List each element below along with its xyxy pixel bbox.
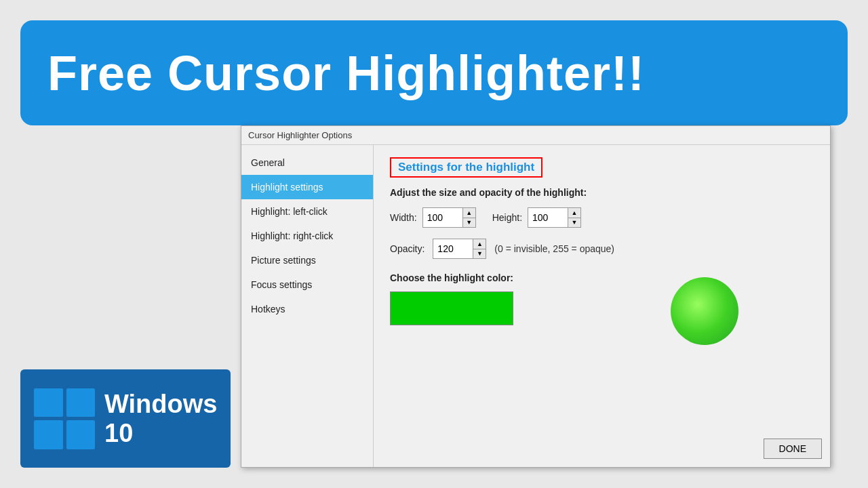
banner: Free Cursor Highlighter!! xyxy=(20,20,848,125)
opacity-row: Opacity: ▲ ▼ (0 = invisible, 255 = opaqu… xyxy=(390,239,814,259)
nav-item-highlight-left-click[interactable]: Highlight: left-click xyxy=(241,199,373,224)
width-spin-up[interactable]: ▲ xyxy=(463,208,475,218)
win-pane-bl xyxy=(34,420,63,449)
opacity-hint: (0 = invisible, 255 = opaque) xyxy=(494,243,614,254)
section-title-box: Settings for the highlight xyxy=(390,157,542,178)
opacity-spinbox: ▲ ▼ xyxy=(433,239,486,259)
field-group-height: Height: ▲ ▼ xyxy=(492,207,581,228)
height-spinbox: ▲ ▼ xyxy=(528,207,581,228)
win-pane-br xyxy=(66,420,96,449)
width-spin-buttons: ▲ ▼ xyxy=(462,208,475,227)
opacity-label: Opacity: xyxy=(390,243,425,254)
section-title: Settings for the highlight xyxy=(398,161,534,174)
done-button-wrap: DONE xyxy=(764,439,822,459)
windows10-label: Windows 10 xyxy=(104,390,217,448)
main-content: Settings for the highlight Adjust the si… xyxy=(374,145,830,467)
banner-title: Free Cursor Highlighter!! xyxy=(47,45,645,101)
nav-item-focus-settings[interactable]: Focus settings xyxy=(241,272,373,297)
width-input[interactable] xyxy=(423,208,462,227)
done-button[interactable]: DONE xyxy=(764,439,822,459)
dialog-titlebar: Cursor Highlighter Options xyxy=(241,126,830,145)
nav-item-picture-settings[interactable]: Picture settings xyxy=(241,248,373,272)
width-label: Width: xyxy=(390,212,417,223)
field-group-width: Width: ▲ ▼ xyxy=(390,207,476,228)
nav-item-hotkeys[interactable]: Hotkeys xyxy=(241,297,373,321)
height-label: Height: xyxy=(492,212,522,223)
color-label: Choose the highlight color: xyxy=(390,272,814,283)
width-spinbox: ▲ ▼ xyxy=(422,207,476,228)
nav-item-general[interactable]: General xyxy=(241,150,373,175)
height-input[interactable] xyxy=(528,208,568,227)
adjust-label: Adjust the size and opacity of the highl… xyxy=(390,187,814,198)
windows10-badge: Windows 10 xyxy=(20,369,231,468)
windows-logo-small xyxy=(34,388,95,449)
win-pane-tl xyxy=(34,388,63,418)
color-swatch[interactable] xyxy=(390,291,513,325)
sidebar: General Highlight settings Highlight: le… xyxy=(241,145,374,467)
dialog-window: Cursor Highlighter Options General Highl… xyxy=(241,125,831,468)
fields-row-dimensions: Width: ▲ ▼ Height: ▲ xyxy=(390,207,814,228)
opacity-spin-up[interactable]: ▲ xyxy=(473,239,486,249)
height-spin-up[interactable]: ▲ xyxy=(568,208,580,218)
opacity-spin-buttons: ▲ ▼ xyxy=(473,239,486,258)
height-spin-down[interactable]: ▼ xyxy=(568,218,580,227)
nav-item-highlight-settings[interactable]: Highlight settings xyxy=(241,175,373,199)
nav-item-highlight-right-click[interactable]: Highlight: right-click xyxy=(241,224,373,248)
win-pane-tr xyxy=(66,388,96,418)
dialog-body: General Highlight settings Highlight: le… xyxy=(241,145,830,467)
width-spin-down[interactable]: ▼ xyxy=(463,218,475,227)
opacity-input[interactable] xyxy=(433,239,473,258)
height-spin-buttons: ▲ ▼ xyxy=(568,208,580,227)
opacity-spin-down[interactable]: ▼ xyxy=(473,249,486,258)
cursor-highlight-circle xyxy=(671,277,738,345)
